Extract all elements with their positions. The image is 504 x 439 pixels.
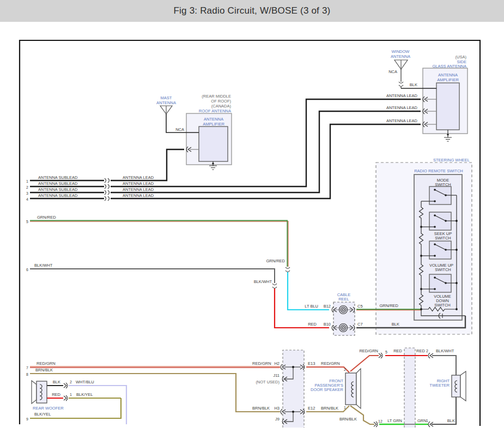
amplifier-inner-box [436, 83, 459, 130]
row-number: 8 [26, 372, 28, 376]
right-connector-dashed-box [404, 348, 415, 428]
sublead-label: ANTENNA SUBLEAD [38, 187, 78, 192]
blk-label: BLK [53, 380, 60, 384]
sublead-label: ANTENNA SUBLEAD [38, 193, 78, 198]
pin-b10: B10 [324, 322, 331, 327]
steering-wheel-label: STEERING WHEEL [433, 158, 470, 163]
mast-nca-label: NCA [175, 127, 184, 132]
pin-e12: E12 [308, 406, 315, 411]
grn-red-label: GRN/RED [379, 303, 398, 308]
row-number: 2 [26, 185, 28, 189]
antenna-lead-label-1: ANTENNA LEAD [386, 93, 418, 98]
mode-switch-label-2: SWITCH [435, 182, 451, 187]
window-blk-label: BLK [410, 82, 417, 87]
volume-up-switch-label-2: SWITCH [435, 267, 451, 272]
row-number: 7 [26, 366, 28, 370]
front-passenger-door-speaker-symbol [345, 369, 361, 408]
roof-amp-label-1: ANTENNA [204, 117, 223, 122]
wht-blu-label: WHT/BLU [76, 380, 94, 384]
roof-note-2: OF ROOF) [211, 99, 231, 104]
sublead-label: ANTENNA SUBLEAD [38, 175, 78, 180]
roof-note-3: (CANADA) [211, 104, 232, 109]
blk-yel-label: BLK/YEL [76, 392, 93, 397]
not-used-note: (NOT USED) [256, 380, 280, 384]
radio-remote-switch-label: RADIO REMOTE SWITCH [414, 169, 463, 173]
side-glass-label-2: GLASS ANTENNA [432, 64, 466, 69]
brn-blk-label: BRN/BLK [321, 406, 338, 411]
blk-label: BLK [447, 418, 455, 423]
row-number: 6 [26, 268, 28, 272]
lt-blu-label: LT BLU [305, 304, 318, 309]
pin-e13: E13 [308, 361, 315, 366]
sublead-label: ANTENNA SUBLEAD [38, 181, 78, 186]
pin-1: 1 [344, 406, 346, 410]
grn-red-label: GRN/RED [37, 215, 56, 220]
brn-blk-label: BRN/BLK [35, 368, 53, 372]
usa-note: (USA) [456, 55, 467, 59]
row-number: 5 [26, 220, 28, 224]
right-tweeter-label-2: TWEETER [429, 383, 450, 388]
pin-1: 1 [70, 393, 72, 396]
antenna-lead-wires [30, 97, 436, 201]
lead-label: ANTENNA LEAD [123, 175, 154, 180]
mast-antenna-label-1: MAST [161, 95, 172, 100]
window-antenna-label-2: ANTENNA [391, 54, 410, 59]
antenna-lead-label-3: ANTENNA LEAD [386, 118, 418, 123]
blk-wht-label: BLK/WHT [254, 279, 272, 284]
blk-yel-label: BLK/YEL [34, 412, 51, 417]
seek-up-switch-label-2: SWITCH [435, 236, 451, 240]
roof-amp-label-2: AMPLIFIER [203, 122, 224, 127]
pin-2: 2 [344, 368, 346, 371]
row-number: 3 [26, 191, 28, 195]
pin-2: 2 [426, 349, 428, 353]
red-label: RED [308, 322, 317, 327]
volume-down-switch-label-3: SWITCH [434, 303, 451, 308]
pin-1: 1 [426, 419, 428, 423]
grn-red-wire-out [356, 309, 421, 310]
pin-b12: B12 [324, 304, 331, 309]
rear-woofer-symbol [32, 381, 47, 404]
row-number: 4 [26, 197, 28, 201]
roof-note-1: (REAR MIDDLE [202, 94, 231, 99]
side-amp-label-1: ANTENNA [438, 73, 458, 77]
brn-blk-label: BRN/BLK [252, 406, 270, 411]
figure-page: Fig 3: Radio Circuit, W/BOSE (3 of 3) [0, 0, 504, 439]
window-nca-label: NCA [388, 69, 397, 74]
red-grn-label: RED/GRN [37, 361, 56, 366]
pin-c5: C5 [357, 304, 363, 309]
red-label: RED [52, 392, 60, 397]
red-grn-label: RED/GRN [252, 361, 271, 366]
red-wire-to-cable-reel [275, 288, 329, 328]
speaker-to-tweeter-wires [350, 356, 456, 424]
pin-j9: J9 [275, 417, 280, 422]
blk-wht-wire [30, 269, 277, 288]
pin-5: 5 [385, 350, 387, 354]
brn-blk-label: BRN/BLK [339, 417, 357, 422]
lead-label: ANTENNA LEAD [123, 193, 154, 198]
roof-antenna-label: ROOF ANTENNA [199, 109, 231, 113]
lt-grn-label: LT GRN [387, 418, 402, 423]
steering-wheel-box [376, 163, 472, 334]
cable-reel-label-2: REEL [338, 297, 349, 302]
red-label: RED [416, 348, 425, 353]
blk-label: BLK [392, 322, 399, 327]
red-grn-label: RED/GRN [321, 361, 340, 366]
pin-2: 2 [70, 380, 72, 384]
pin-h2: H2 [274, 361, 280, 366]
window-antenna-label-1: WINDOW [392, 49, 410, 54]
amplifier-inner-box [199, 127, 228, 161]
wiring-diagram: WINDOW ANTENNA NCA BLK (USA) SIDE GLASS … [0, 0, 504, 439]
pin-j11: J11 [273, 373, 280, 378]
right-tweeter-symbol [452, 371, 466, 401]
bottom-connectors [64, 353, 433, 427]
grn-label: GRN [417, 418, 427, 423]
row-number: 9 [26, 417, 28, 421]
antenna-lead-label-2: ANTENNA LEAD [386, 105, 418, 110]
rear-woofer-label: REAR WOOFER [33, 406, 64, 411]
mast-antenna-label-2: ANTENNA [156, 100, 176, 105]
red-grn-label: RED/GRN [359, 348, 378, 353]
red-label: RED [393, 348, 402, 353]
pin-h3: H3 [274, 406, 280, 411]
lead-label: ANTENNA LEAD [123, 187, 154, 192]
door-speaker-label-3: DOOR SPEAKER [311, 387, 344, 392]
